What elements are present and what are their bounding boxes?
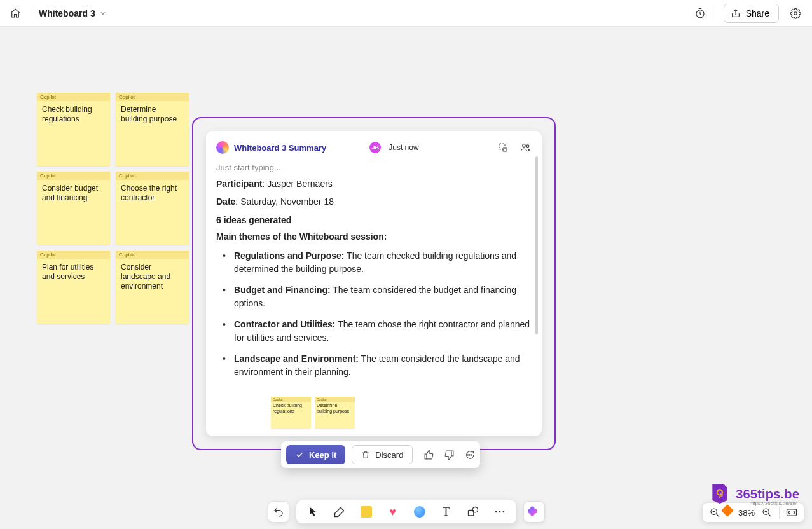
discard-button[interactable]: Discard <box>352 445 413 464</box>
sticky-note[interactable]: Copilot Determine building purpose <box>116 93 189 166</box>
undo-icon <box>273 506 284 518</box>
sticky-note[interactable]: Copilot Choose the right contractor <box>116 172 189 245</box>
sticky-text: Plan for utilities and services <box>37 259 110 285</box>
thumbs-up-button[interactable] <box>423 449 434 460</box>
home-icon <box>10 8 21 19</box>
sticky-note[interactable]: Copilot Consider budget and financing <box>37 172 110 245</box>
board-title: Whiteboard 3 <box>39 8 95 18</box>
shape-tool[interactable] <box>465 504 481 519</box>
svg-rect-2 <box>499 144 505 149</box>
pen-icon <box>333 505 346 518</box>
summary-scrollbar[interactable] <box>535 156 538 334</box>
summary-sticky-thumbnails: Copilot Check building regulations Copil… <box>216 397 532 429</box>
chevron-down-icon <box>99 10 107 17</box>
sticky-text: Consider landscape and environment <box>116 259 189 295</box>
theme-item: Landscape and Environment: The team cons… <box>221 348 532 383</box>
sticky-tool[interactable] <box>359 504 374 519</box>
bubble-icon <box>414 506 425 518</box>
summary-placeholder[interactable]: Just start typing... <box>216 163 532 172</box>
svg-point-12 <box>495 511 497 513</box>
check-icon <box>295 450 304 459</box>
sticky-tag: Copilot <box>116 172 189 180</box>
summary-content: Participant: Jasper Bernaers Date: Satur… <box>216 177 532 429</box>
zoom-out-button[interactable] <box>709 507 720 518</box>
copilot-button[interactable] <box>523 501 545 523</box>
participant-value: Jasper Bernaers <box>267 179 333 189</box>
sticky-tag: Copilot <box>37 251 110 259</box>
sticky-text: Check building regulations <box>37 101 110 128</box>
top-left: Whiteboard 3 <box>5 3 107 24</box>
pen-tool[interactable] <box>332 504 347 519</box>
zoom-out-icon <box>710 507 720 518</box>
sticky-thumbnail[interactable]: Copilot Determine building purpose <box>315 397 355 429</box>
people-icon <box>520 142 532 153</box>
timer-button[interactable] <box>690 3 710 24</box>
svg-point-4 <box>523 144 526 148</box>
shape-icon <box>467 505 479 518</box>
select-area-icon <box>497 142 509 153</box>
sticky-text: Determine building purpose <box>116 101 189 128</box>
thumbs-down-button[interactable] <box>443 449 455 460</box>
divider <box>779 507 780 518</box>
share-label: Share <box>746 8 769 18</box>
svg-rect-19 <box>719 496 720 498</box>
date-value: Saturday, November 18 <box>240 196 334 207</box>
svg-point-14 <box>502 511 504 513</box>
brand-sub: https://365tips.be/en/ <box>750 500 797 506</box>
reaction-tool[interactable]: ♥ <box>385 504 401 519</box>
summary-timestamp: Just now <box>389 143 418 152</box>
sticky-thumbnail[interactable]: Copilot Check building regulations <box>271 397 311 429</box>
more-icon <box>493 505 506 518</box>
sticky-tag: Copilot <box>37 172 110 180</box>
comment-button[interactable] <box>464 449 475 460</box>
sticky-text: Consider budget and financing <box>37 180 110 207</box>
settings-button[interactable] <box>785 3 806 24</box>
summary-actions <box>497 142 532 153</box>
undo-button[interactable] <box>268 501 289 523</box>
keep-button[interactable]: Keep it <box>286 445 345 464</box>
theme-item: Contractor and Utilities: The team chose… <box>221 314 532 348</box>
copilot-icon <box>528 505 540 518</box>
zoom-pointer-icon <box>721 504 734 517</box>
whiteboard-canvas[interactable]: Copilot Check building regulations Copil… <box>0 27 812 529</box>
people-button[interactable] <box>520 142 532 153</box>
board-title-dropdown[interactable]: Whiteboard 3 <box>39 8 107 18</box>
zoom-in-icon <box>762 507 772 518</box>
svg-point-6 <box>528 149 530 151</box>
svg-point-13 <box>499 511 500 513</box>
zoom-in-button[interactable] <box>761 507 773 518</box>
more-tool[interactable] <box>492 504 507 519</box>
sticky-note[interactable]: Copilot Plan for utilities and services <box>37 251 110 324</box>
sticky-tag: Copilot <box>37 93 110 101</box>
bottom-toolbar: ♥ T <box>268 500 545 524</box>
summary-action-bar: Keep it Discard <box>281 441 480 468</box>
fit-screen-button[interactable] <box>786 507 797 518</box>
share-icon <box>731 8 741 18</box>
select-tool[interactable] <box>305 504 320 519</box>
themes-heading: Main themes of the Whiteboard session <box>216 231 384 242</box>
sticky-tag: Copilot <box>116 93 189 101</box>
discard-label: Discard <box>375 450 403 460</box>
themes-list: Regulations and Purpose: The team checke… <box>221 245 532 383</box>
timer-icon <box>694 8 706 19</box>
top-bar: Whiteboard 3 Share <box>0 0 812 27</box>
summary-title: Whiteboard 3 Summary <box>234 143 326 153</box>
select-area-button[interactable] <box>497 142 509 153</box>
theme-item: Regulations and Purpose: The team checke… <box>221 245 532 280</box>
share-button[interactable]: Share <box>724 4 779 23</box>
text-tool[interactable]: T <box>439 504 454 519</box>
svg-point-9 <box>471 454 472 455</box>
fit-screen-icon <box>786 508 797 517</box>
cursor-icon <box>306 505 319 518</box>
sticky-icon <box>361 506 372 518</box>
top-right: Share <box>690 3 806 24</box>
summary-selection-frame[interactable]: Whiteboard 3 Summary JB Just now Just st… <box>192 117 556 450</box>
tool-row: ♥ T <box>296 500 517 524</box>
sticky-note[interactable]: Copilot Check building regulations <box>37 93 110 166</box>
sticky-note[interactable]: Copilot Consider landscape and environme… <box>116 251 189 324</box>
svg-point-7 <box>469 454 470 455</box>
comment-tool[interactable] <box>412 504 427 519</box>
divider <box>717 6 717 20</box>
summary-card: Whiteboard 3 Summary JB Just now Just st… <box>206 131 542 436</box>
home-button[interactable] <box>5 3 25 24</box>
